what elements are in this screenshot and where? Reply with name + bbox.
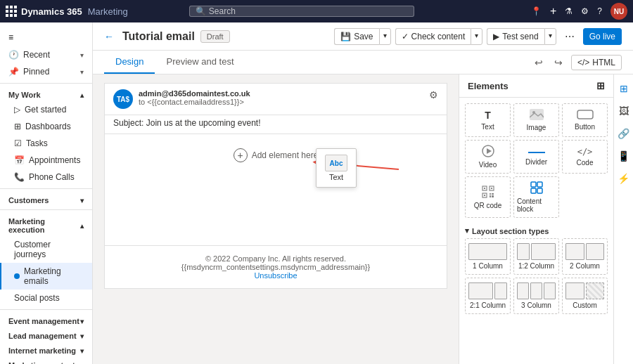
more-button[interactable]: ⋯ [561, 28, 579, 45]
email-meta: admin@d365domaintest.co.uk to <{{contact… [139, 89, 250, 106]
sender-avatar: TA$ [113, 89, 133, 109]
tab-preview[interactable]: Preview and test [155, 51, 245, 74]
app-logo[interactable]: Dynamics 365 [6, 6, 82, 17]
undo-button[interactable]: ↩ [532, 54, 546, 71]
back-button[interactable]: ← [104, 31, 114, 42]
elements-panel-header: Elements ⊞ [459, 74, 613, 98]
check-content-button[interactable]: ✓ Check content [395, 28, 471, 45]
rt-elements-icon[interactable]: ⊞ [617, 80, 631, 97]
svg-rect-16 [490, 195, 491, 197]
element-video-label: Video [479, 161, 497, 169]
layout-custom[interactable]: Custom [562, 278, 608, 314]
svg-rect-13 [484, 195, 485, 196]
add-element-label: Add element here [252, 150, 319, 160]
elements-title: Elements [468, 81, 509, 91]
sidebar-item-marketing-emails[interactable]: Marketing emails [0, 263, 92, 290]
help-icon[interactable]: ? [597, 6, 602, 16]
check-content-label: Check content [411, 32, 466, 41]
my-work-label: My Work [8, 91, 41, 99]
add-icon[interactable]: + [550, 5, 556, 18]
element-button-label: Button [575, 123, 595, 131]
subject-value: Join us at the upcoming event! [146, 118, 261, 128]
search-bar[interactable]: 🔍 Search [189, 6, 414, 17]
save-button[interactable]: 💾 Save [334, 28, 378, 45]
test-send-dropdown[interactable]: ▾ [544, 28, 556, 45]
phone-calls-icon: 📞 [14, 172, 25, 182]
rt-mobile-icon[interactable]: 📱 [615, 148, 632, 164]
element-content-block[interactable]: Content block [513, 176, 559, 218]
email-from: admin@d365domaintest.co.uk [139, 89, 250, 98]
add-element-plus-icon: + [234, 148, 248, 162]
settings-icon[interactable]: ⚙ [581, 6, 589, 16]
layout-collapse-icon[interactable]: ▾ [465, 226, 469, 235]
customers-header[interactable]: Customers ▾ [0, 192, 92, 207]
element-qr-label: QR code [474, 202, 501, 209]
svg-rect-15 [492, 193, 494, 195]
elements-panel: Elements ⊞ T Text Image [459, 74, 613, 364]
sidebar-item-tasks[interactable]: ☑ Tasks [0, 135, 92, 152]
test-send-button[interactable]: ▶ Test send [487, 28, 544, 45]
sidebar-item-customer-journeys[interactable]: Customer journeys [0, 236, 92, 263]
redo-button[interactable]: ↪ [551, 54, 565, 71]
element-image-label: Image [527, 124, 546, 131]
element-text[interactable]: T Text [465, 103, 511, 137]
marketing-execution-header[interactable]: Marketing execution ▴ [0, 213, 92, 236]
go-live-button[interactable]: Go live [583, 28, 622, 45]
rt-layers-icon[interactable]: ⚡ [615, 170, 632, 187]
save-dropdown[interactable]: ▾ [379, 28, 391, 45]
test-send-button-group[interactable]: ▶ Test send ▾ [487, 28, 556, 45]
element-qr-code[interactable]: QR code [465, 176, 511, 218]
customer-journeys-label: Customer journeys [14, 240, 84, 259]
editor-area: TA$ admin@d365domaintest.co.uk to <{{con… [93, 74, 633, 364]
my-work-header[interactable]: My Work ▴ [0, 86, 92, 101]
tab-design[interactable]: Design [104, 51, 155, 74]
sidebar-item-pinned[interactable]: 📌 Pinned ▾ [0, 63, 92, 80]
svg-rect-11 [491, 188, 492, 189]
text-element-tooltip[interactable]: Abc Text [316, 148, 357, 188]
event-management-header[interactable]: Event management ▾ [0, 313, 92, 327]
hamburger-icon: ≡ [8, 32, 13, 42]
location-icon[interactable]: 📍 [531, 6, 542, 16]
unsubscribe-link[interactable]: Unsubscribe [254, 271, 297, 280]
sidebar-item-dashboards[interactable]: ⊞ Dashboards [0, 118, 92, 135]
elements-expand-icon[interactable]: ⊞ [596, 80, 605, 91]
marketing-content-header[interactable]: Marketing content ▾ [0, 357, 92, 364]
element-code[interactable]: </> Code [562, 140, 608, 174]
footer-copyright: © 2022 Company Inc. All rights reserved. [113, 254, 438, 263]
rt-image-icon[interactable]: 🖼 [616, 103, 632, 119]
check-content-button-group[interactable]: ✓ Check content ▾ [395, 28, 483, 45]
element-video[interactable]: Video [465, 140, 511, 174]
email-settings-icon[interactable]: ⚙ [429, 89, 438, 100]
sidebar-item-phone-calls[interactable]: 📞 Phone Calls [0, 169, 92, 186]
appointments-label: Appointments [29, 155, 80, 165]
html-button[interactable]: </> HTML [571, 55, 622, 70]
lead-management-header[interactable]: Lead management ▾ [0, 327, 92, 342]
check-content-dropdown[interactable]: ▾ [471, 28, 482, 45]
dashboards-icon: ⊞ [14, 122, 21, 131]
filter-icon[interactable]: ⚗ [565, 6, 573, 16]
layout-2-1-column[interactable]: 2:1 Column [465, 278, 511, 314]
sidebar-item-appointments[interactable]: 📅 Appointments [0, 152, 92, 169]
sidebar-item-recent[interactable]: 🕐 Recent ▾ [0, 46, 92, 63]
layout-2-column[interactable]: 2 Column [562, 238, 608, 275]
sidebar-item-social-posts[interactable]: Social posts [0, 290, 92, 306]
save-button-group[interactable]: 💾 Save ▾ [334, 28, 390, 45]
layout-section-title: ▾ Layout section types [465, 223, 608, 238]
email-to: to <{{contact.emailaddress1}}> [139, 98, 250, 106]
user-avatar[interactable]: NU [610, 3, 627, 20]
layout-1-2-column[interactable]: 1:2 Column [513, 238, 559, 275]
sidebar-item-get-started[interactable]: ▷ Get started [0, 101, 92, 118]
rt-link-icon[interactable]: 🔗 [615, 125, 632, 142]
layout-3-column[interactable]: 3 Column [513, 278, 559, 314]
element-divider[interactable]: Divider [513, 140, 559, 174]
get-started-icon: ▷ [14, 105, 20, 115]
pinned-icon: 📌 [8, 67, 19, 77]
sidebar-hamburger[interactable]: ≡ [0, 28, 92, 46]
element-image[interactable]: Image [513, 103, 559, 137]
internet-marketing-header[interactable]: Internet marketing ▾ [0, 342, 92, 357]
element-button[interactable]: Button [562, 103, 608, 137]
layout-1-column[interactable]: 1 Column [465, 238, 511, 275]
add-element-area[interactable]: + Add element here [105, 134, 447, 176]
internet-marketing-chevron: ▾ [80, 347, 84, 355]
layout-custom-label: Custom [573, 301, 596, 309]
